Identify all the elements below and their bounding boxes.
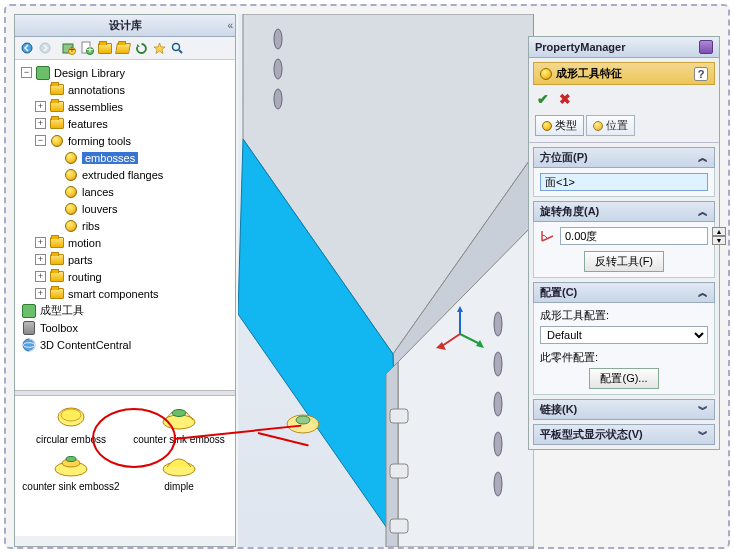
config-label-part: 此零件配置:	[540, 350, 708, 365]
help-icon[interactable]: ?	[694, 67, 708, 81]
preview-circular-emboss[interactable]: circular emboss	[19, 402, 123, 445]
tree-item-lances[interactable]: lances	[19, 183, 233, 200]
svg-point-37	[296, 416, 310, 424]
chevron-down-icon[interactable]: ︾	[698, 403, 708, 417]
placement-face-input[interactable]	[540, 173, 708, 191]
design-library-title-bar: 设计库 «	[15, 15, 235, 37]
tree-toggle-icon[interactable]: −	[21, 67, 32, 78]
tree-toggle-icon[interactable]: +	[35, 288, 46, 299]
section-title: 方位面(P)	[540, 150, 588, 165]
preview-counter-sink-emboss2[interactable]: counter sink emboss2	[19, 449, 123, 492]
tree-toggle-icon[interactable]: +	[35, 237, 46, 248]
position-tab-icon	[593, 121, 603, 131]
tree-root[interactable]: − Design Library	[19, 64, 233, 81]
section-title: 配置(C)	[540, 285, 577, 300]
tree-item-louvers[interactable]: louvers	[19, 200, 233, 217]
property-manager-panel: PropertyManager 成形工具特征 ? ✔ ✖ 类型 位置 方位面(P…	[528, 36, 720, 450]
svg-rect-35	[390, 519, 408, 533]
panel-collapse-icon[interactable]: «	[227, 20, 231, 31]
svg-point-24	[274, 59, 282, 79]
svg-rect-33	[390, 409, 408, 423]
tree-item-forming-tools[interactable]: −forming tools	[19, 132, 233, 149]
tree-toggle-icon[interactable]: +	[35, 118, 46, 129]
design-library-toolbar: + +	[15, 37, 235, 60]
svg-point-30	[494, 392, 502, 416]
tab-position[interactable]: 位置	[586, 115, 635, 136]
add-file-icon[interactable]: +	[79, 40, 95, 56]
chevron-up-icon[interactable]: ︽	[698, 205, 708, 219]
svg-rect-34	[390, 464, 408, 478]
add-to-library-icon[interactable]: +	[61, 40, 77, 56]
refresh-icon[interactable]	[133, 40, 149, 56]
favorite-icon[interactable]	[151, 40, 167, 56]
feature-title: 成形工具特征	[556, 66, 622, 81]
property-manager-title: PropertyManager	[535, 41, 625, 53]
svg-point-23	[274, 29, 282, 49]
tree-item-toolbox[interactable]: Toolbox	[19, 319, 233, 336]
ok-icon[interactable]: ✔	[537, 91, 549, 107]
spinner-buttons[interactable]: ▲▼	[712, 227, 726, 245]
search-icon[interactable]	[169, 40, 185, 56]
svg-text:+: +	[69, 43, 75, 55]
tree-item-3dcontentcentral[interactable]: 3D ContentCentral	[19, 336, 233, 353]
tree-item-annotations[interactable]: annotations	[19, 81, 233, 98]
new-folder-icon[interactable]	[97, 40, 113, 56]
chevron-up-icon[interactable]: ︽	[698, 286, 708, 300]
tree-item-assemblies[interactable]: +assemblies	[19, 98, 233, 115]
chevron-up-icon[interactable]: ︽	[698, 151, 708, 165]
feature-title-bar: 成形工具特征 ?	[533, 62, 715, 85]
svg-point-25	[274, 89, 282, 109]
tab-type[interactable]: 类型	[535, 115, 584, 136]
section-rotation-angle: 旋转角度(A)︽ ▲▼ 反转工具(F)	[533, 201, 715, 278]
sheet-metal-part	[238, 14, 534, 547]
svg-point-1	[40, 43, 50, 53]
tool-config-select[interactable]: Default	[540, 326, 708, 344]
tree-item-extruded-flanges[interactable]: extruded flanges	[19, 166, 233, 183]
design-library-panel: 设计库 « + + − Design Library annotations +…	[14, 14, 236, 547]
cancel-icon[interactable]: ✖	[559, 91, 571, 107]
tree-item-ribs[interactable]: ribs	[19, 217, 233, 234]
svg-point-8	[172, 43, 179, 50]
tree-toggle-icon[interactable]: +	[35, 254, 46, 265]
tree-item-forming-tool-root[interactable]: 成型工具	[19, 302, 233, 319]
preview-pane: circular emboss counter sink emboss coun…	[15, 396, 235, 536]
ok-cancel-row: ✔ ✖	[529, 89, 719, 113]
type-tab-icon	[542, 121, 552, 131]
section-placement-face: 方位面(P)︽	[533, 147, 715, 197]
property-manager-header: PropertyManager	[529, 37, 719, 58]
tree-item-features[interactable]: +features	[19, 115, 233, 132]
angle-icon	[540, 227, 556, 245]
svg-point-28	[494, 312, 502, 336]
config-label-tool: 成形工具配置:	[540, 308, 708, 323]
tree-item-embosses[interactable]: embosses	[19, 149, 233, 166]
section-title: 链接(K)	[540, 402, 577, 417]
svg-point-13	[61, 409, 81, 421]
back-icon[interactable]	[19, 40, 35, 56]
flip-tool-button[interactable]: 反转工具(F)	[584, 251, 664, 272]
section-title: 旋转角度(A)	[540, 204, 599, 219]
open-folder-icon[interactable]	[115, 40, 131, 56]
preview-dimple[interactable]: dimple	[127, 449, 231, 492]
tree-toggle-icon[interactable]: +	[35, 271, 46, 282]
tree-item-routing[interactable]: +routing	[19, 268, 233, 285]
section-link: 链接(K)︾	[533, 399, 715, 420]
tree-toggle-icon[interactable]: −	[35, 135, 46, 146]
forward-icon[interactable]	[37, 40, 53, 56]
design-library-tree[interactable]: − Design Library annotations +assemblies…	[15, 60, 235, 390]
graphics-viewport[interactable]	[238, 14, 534, 547]
preview-counter-sink-emboss[interactable]: counter sink emboss	[127, 402, 231, 445]
svg-text:+: +	[87, 43, 93, 55]
tree-item-parts[interactable]: +parts	[19, 251, 233, 268]
rotation-angle-input[interactable]	[560, 227, 708, 245]
pm-tabs: 类型 位置	[529, 113, 719, 143]
svg-point-29	[494, 352, 502, 376]
svg-point-15	[172, 410, 186, 417]
tree-toggle-icon[interactable]: +	[35, 101, 46, 112]
svg-point-32	[494, 472, 502, 496]
tree-item-smart-components[interactable]: +smart components	[19, 285, 233, 302]
chevron-down-icon[interactable]: ︾	[698, 428, 708, 442]
pm-pin-icon[interactable]	[699, 40, 713, 54]
tree-item-motion[interactable]: +motion	[19, 234, 233, 251]
svg-line-9	[179, 50, 182, 53]
configure-button[interactable]: 配置(G)...	[589, 368, 658, 389]
